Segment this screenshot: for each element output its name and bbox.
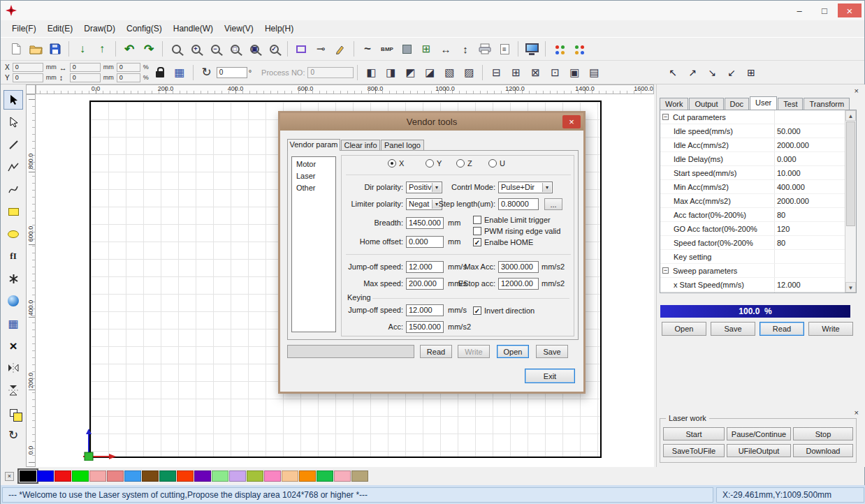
table-row[interactable]: x Start Speed(mm/s)12.000: [660, 278, 846, 292]
step-length-input[interactable]: 0.80000: [498, 198, 539, 210]
dialog-close-icon[interactable]: ×: [562, 115, 581, 128]
row-value[interactable]: 120: [777, 225, 790, 233]
menu-draw[interactable]: Draw(D): [78, 22, 121, 36]
category-list[interactable]: Motor Laser Other: [291, 156, 336, 332]
zoom-out-icon[interactable]: −: [206, 40, 224, 58]
palette-color[interactable]: [351, 470, 368, 482]
exit-button[interactable]: Exit: [525, 369, 575, 383]
palette-color[interactable]: [20, 470, 36, 482]
scale-y-input[interactable]: 0: [117, 73, 140, 82]
maximize-button[interactable]: □: [813, 3, 836, 17]
tab-test[interactable]: Test: [778, 98, 803, 110]
weld-cross-icon[interactable]: ⊠: [526, 64, 544, 82]
color-dots-icon-2[interactable]: [569, 40, 588, 58]
panel-write-button[interactable]: Write: [808, 322, 853, 336]
dir-polarity-select[interactable]: Positiv▾: [406, 181, 442, 193]
tab-output[interactable]: Output: [689, 98, 723, 110]
zoom-window-icon[interactable]: □: [226, 40, 244, 58]
zoom-in-icon[interactable]: +: [187, 40, 205, 58]
h-distance-icon[interactable]: ↔: [437, 40, 455, 58]
align-rows-icon[interactable]: ▤: [585, 64, 603, 82]
enable-home-checkbox[interactable]: ✓Enalbe HOME: [473, 237, 533, 247]
new-document-icon[interactable]: [7, 40, 25, 58]
dither-grid-tool[interactable]: ▦: [3, 313, 23, 333]
palette-color[interactable]: [229, 470, 246, 482]
table-scrollbar[interactable]: ▲ ▼: [845, 110, 856, 292]
select-box-icon[interactable]: [292, 40, 310, 58]
palette-color[interactable]: [54, 470, 71, 482]
table-row[interactable]: Min Acc(mm/s2)400.000: [660, 180, 846, 194]
width-input[interactable]: 0: [70, 63, 101, 72]
list-item-other[interactable]: Other: [292, 182, 335, 194]
table-row[interactable]: Idle Delay(ms)0.000: [660, 152, 846, 166]
anchor-top-left-icon[interactable]: ↖: [664, 64, 682, 82]
node-tree-icon[interactable]: ⊞: [417, 40, 435, 58]
table-row[interactable]: Start speed(mm/s)10.000: [660, 166, 846, 180]
pos-x-input[interactable]: 0: [13, 63, 43, 72]
tab-transform[interactable]: Transform: [804, 98, 850, 110]
shear-h-icon[interactable]: ▧: [440, 64, 458, 82]
write-button[interactable]: Write: [458, 345, 490, 358]
axis-x-radio[interactable]: X: [388, 159, 404, 168]
row-value[interactable]: 400.000: [777, 183, 805, 191]
scale-x-input[interactable]: 0: [117, 63, 140, 72]
weld-subtract-icon[interactable]: ⊟: [487, 64, 505, 82]
close-button[interactable]: ×: [838, 3, 862, 17]
lock-ratio-icon[interactable]: [151, 64, 169, 82]
palette-color[interactable]: [177, 470, 194, 482]
palette-color[interactable]: [89, 470, 106, 482]
list-item-motor[interactable]: Motor: [292, 158, 335, 170]
menu-view[interactable]: View(V): [219, 22, 259, 36]
menu-file[interactable]: File(F): [6, 22, 42, 36]
table-row[interactable]: Idle speed(mm/s)50.000: [660, 124, 846, 138]
palette-color[interactable]: [159, 470, 176, 482]
rotate-icon[interactable]: ↻: [198, 64, 216, 82]
swap-vertical-icon[interactable]: ↕: [59, 73, 67, 82]
minimize-button[interactable]: –: [787, 3, 811, 17]
start-button[interactable]: Start: [663, 427, 725, 440]
row-value[interactable]: 2000.000: [777, 141, 809, 149]
table-row[interactable]: −Sweep parameters: [660, 264, 846, 278]
swap-horizontal-icon[interactable]: ↔: [59, 64, 67, 72]
collapse-icon[interactable]: −: [662, 114, 669, 120]
home-offset-input[interactable]: 0.000: [406, 236, 444, 248]
line-tool[interactable]: [3, 135, 23, 154]
palette-color[interactable]: [142, 470, 159, 482]
polyline-tool[interactable]: [3, 157, 23, 177]
render-tool[interactable]: [3, 291, 23, 311]
row-value[interactable]: 80: [777, 239, 785, 247]
mirror-vertical-tool[interactable]: [3, 358, 23, 378]
max-speed-input[interactable]: 200.000: [406, 278, 444, 290]
row-value[interactable]: 2000.000: [777, 197, 809, 205]
zoom-select-icon[interactable]: ✓: [265, 40, 283, 58]
rotation-input[interactable]: 0: [217, 67, 247, 78]
anchor-bottom-right-icon[interactable]: ↘: [703, 64, 721, 82]
stop-button[interactable]: Stop: [793, 427, 853, 440]
scroll-up-icon[interactable]: ▲: [845, 110, 856, 121]
breadth-input[interactable]: 1450.000: [406, 217, 444, 229]
v-distance-icon[interactable]: ↕: [456, 40, 474, 58]
zoom-pan-icon[interactable]: [167, 40, 185, 58]
weld-add-icon[interactable]: ⊞: [507, 64, 525, 82]
save-button[interactable]: Save: [536, 345, 568, 358]
table-row[interactable]: Key setting: [660, 250, 846, 264]
table-row[interactable]: Idle Acc(mm/s2)2000.000: [660, 138, 846, 152]
import-icon[interactable]: ↓: [73, 40, 92, 58]
palette-color[interactable]: [124, 470, 141, 482]
row-value[interactable]: 80: [777, 211, 785, 219]
scrollbar-thumb[interactable]: [846, 121, 855, 226]
height-input[interactable]: 0: [70, 73, 101, 82]
palette-color[interactable]: [107, 470, 124, 482]
tab-user[interactable]: User: [750, 96, 777, 110]
row-value[interactable]: 0.000: [777, 155, 797, 163]
tab-clear-info[interactable]: Clear info: [341, 140, 380, 151]
panel-close-icon[interactable]: ×: [855, 87, 859, 95]
save-to-ufile-button[interactable]: SaveToUFile: [663, 444, 725, 457]
pick-pen-icon[interactable]: [331, 40, 349, 58]
palette-color[interactable]: [37, 470, 54, 482]
menu-handle[interactable]: Handle(W): [168, 22, 219, 36]
keying-jump-input[interactable]: 12.000: [406, 304, 444, 316]
dialog-titlebar[interactable]: Vendor tools ×: [280, 113, 583, 131]
scroll-down-icon[interactable]: ▼: [845, 282, 856, 292]
read-button[interactable]: Read: [420, 345, 452, 358]
